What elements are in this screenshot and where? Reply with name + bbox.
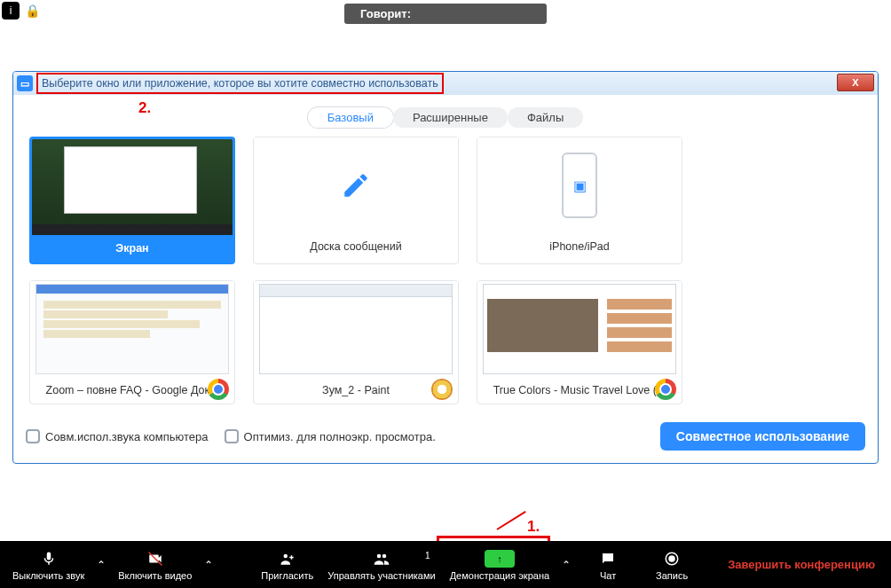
pencil-icon: [254, 137, 458, 233]
source-app-paint[interactable]: Зум_2 - Paint: [253, 280, 459, 404]
dialog-title: Выберите окно или приложение, которое вы…: [36, 73, 444, 94]
chrome-icon: [655, 379, 676, 400]
source-app-youtube[interactable]: True Colors - Music Travel Love (...: [477, 280, 682, 404]
toolbar-label: Выключить звук: [12, 570, 84, 581]
record-icon: [664, 549, 680, 568]
dialog-titlebar: ▭ Выберите окно или приложение, которое …: [13, 72, 878, 95]
source-grid: Экран Доска сообщений ▣ iPhone/iPad Zoom…: [13, 137, 878, 417]
chat-icon: [599, 549, 617, 568]
invite-icon: [278, 549, 297, 568]
toolbar-label: Включить видео: [118, 570, 192, 581]
dialog-footer: Совм.испол.звука компьютера Оптимиз. для…: [13, 417, 878, 463]
checkbox-label: Совм.испол.звука компьютера: [45, 430, 209, 443]
share-screen-dialog: ▭ Выберите окно или приложение, которое …: [12, 71, 879, 464]
share-screen-icon: ↑: [485, 550, 515, 568]
microphone-icon: [41, 549, 57, 568]
meeting-toolbar: Выключить звук ⌃ Включить видео ⌃ Пригла…: [0, 541, 891, 588]
checkbox-label: Оптимиз. для полноэкр. просмотра.: [244, 430, 436, 443]
annotation-1: 1.: [527, 518, 540, 536]
chat-button[interactable]: Чат: [576, 549, 640, 581]
svg-point-5: [669, 556, 674, 561]
airplay-icon: ▣: [573, 177, 587, 194]
mute-button[interactable]: Выключить звук: [5, 549, 91, 581]
source-app-chrome-doc[interactable]: Zoom – повне FAQ - Google Док...: [29, 280, 235, 404]
toolbar-label: Пригласить: [261, 570, 313, 581]
source-label: iPhone/iPad: [477, 233, 682, 260]
tab-basic[interactable]: Базовый: [308, 107, 393, 128]
source-screen[interactable]: Экран: [29, 137, 235, 264]
info-icon[interactable]: i: [2, 2, 20, 20]
toolbar-label: Управлять участниками: [327, 570, 435, 581]
source-label: Экран: [32, 235, 233, 262]
svg-point-2: [377, 553, 382, 558]
share-button[interactable]: Совместное использование: [660, 422, 865, 451]
tab-advanced[interactable]: Расширенные: [393, 107, 508, 128]
source-label: Доска сообщений: [254, 233, 458, 260]
share-screen-button[interactable]: ↑ Демонстрация экрана: [443, 549, 556, 581]
participants-button[interactable]: 1 Управлять участниками: [320, 549, 442, 581]
source-label: True Colors - Music Travel Love (...: [477, 377, 682, 404]
zoom-icon: ▭: [17, 75, 33, 91]
invite-button[interactable]: Пригласить: [254, 549, 320, 581]
close-button[interactable]: X: [837, 74, 874, 91]
checkbox-optimize-fullscreen[interactable]: Оптимиз. для полноэкр. просмотра.: [225, 429, 436, 443]
source-label: Зум_2 - Paint: [254, 377, 458, 404]
source-iphone-ipad[interactable]: ▣ iPhone/iPad: [477, 137, 682, 264]
tab-files[interactable]: Файлы: [508, 107, 583, 128]
annotation-arrow-1: [496, 511, 525, 530]
participants-icon: [371, 549, 392, 568]
toolbar-label: Демонстрация экрана: [450, 570, 549, 581]
speaking-badge: Говорит:: [344, 4, 547, 24]
video-options-chevron[interactable]: ⌃: [199, 541, 218, 588]
toolbar-label: Запись: [656, 570, 688, 581]
mute-options-chevron[interactable]: ⌃: [91, 541, 111, 588]
checkbox-share-audio[interactable]: Совм.испол.звука компьютера: [26, 429, 209, 443]
svg-point-3: [382, 553, 387, 558]
participants-count: 1: [425, 551, 430, 561]
annotation-2: 2.: [138, 99, 151, 117]
toolbar-label: Чат: [600, 570, 616, 581]
source-whiteboard[interactable]: Доска сообщений: [253, 137, 459, 264]
share-options-chevron[interactable]: ⌃: [556, 541, 576, 588]
record-button[interactable]: Запись: [640, 549, 704, 581]
lock-icon: 🔒: [23, 2, 41, 20]
paint-icon: [431, 379, 453, 400]
video-button[interactable]: Включить видео: [111, 549, 199, 581]
camera-off-icon: [146, 549, 165, 568]
source-label: Zoom – повне FAQ - Google Док...: [30, 377, 234, 404]
end-meeting-button[interactable]: Завершить конференцию: [728, 558, 886, 571]
svg-point-1: [283, 553, 288, 558]
chrome-icon: [208, 379, 229, 400]
